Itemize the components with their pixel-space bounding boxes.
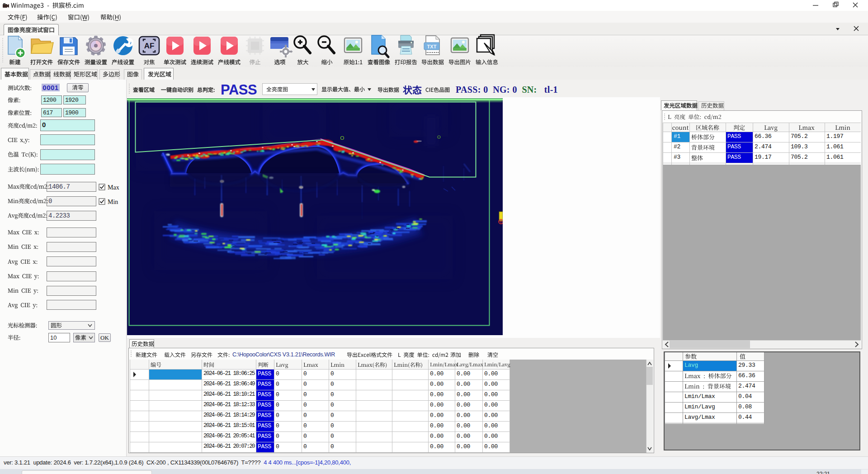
svg-text:Max: Max <box>108 184 119 191</box>
svg-text:TXT: TXT <box>427 44 437 49</box>
svg-text:AF: AF <box>144 42 155 50</box>
svg-text:Min: Min <box>108 199 118 205</box>
